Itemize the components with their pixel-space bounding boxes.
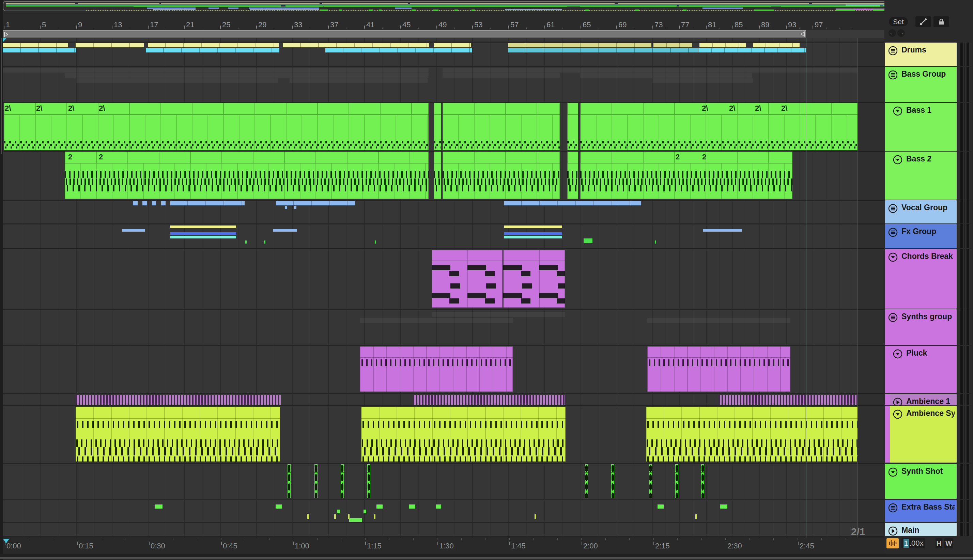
- track-group-icon[interactable]: [888, 203, 898, 215]
- clip[interactable]: [658, 505, 664, 508]
- clip[interactable]: [655, 240, 656, 243]
- clip[interactable]: [504, 236, 562, 238]
- track-header-drums[interactable]: Drums: [885, 43, 956, 66]
- clip[interactable]: [700, 43, 746, 47]
- track-header-pluck[interactable]: Pluck: [890, 346, 956, 393]
- track-header-ambience-synt[interactable]: Ambience Synt: [890, 406, 956, 463]
- clip[interactable]: [341, 464, 344, 498]
- clip[interactable]: [273, 229, 297, 232]
- clip[interactable]: [3, 48, 76, 52]
- clip[interactable]: [443, 103, 560, 150]
- clip[interactable]: [161, 201, 166, 205]
- clip[interactable]: [170, 225, 236, 228]
- clip[interactable]: [701, 464, 704, 498]
- clip[interactable]: [409, 505, 415, 508]
- clip[interactable]: [264, 240, 265, 243]
- track-header-bass-2[interactable]: Bass 2: [890, 152, 956, 200]
- lock-icon[interactable]: [933, 17, 949, 27]
- clip[interactable]: [146, 48, 279, 52]
- clip[interactable]: [276, 505, 282, 508]
- clip[interactable]: [3, 43, 68, 47]
- clip[interactable]: [65, 152, 428, 199]
- clip[interactable]: [374, 514, 375, 519]
- track-fold-icon[interactable]: [893, 106, 903, 118]
- minutes-ruler[interactable]: 0:000:150:300:451:001:151:301:452:002:15…: [3, 538, 885, 554]
- clip[interactable]: [535, 514, 536, 519]
- clip[interactable]: [434, 43, 471, 47]
- track-header-synth-shot[interactable]: Synth Shot: [885, 464, 956, 499]
- clip[interactable]: [413, 395, 565, 405]
- clip[interactable]: [508, 48, 698, 52]
- width-zoom-button[interactable]: W: [945, 538, 953, 548]
- clip[interactable]: [325, 48, 472, 52]
- clip[interactable]: [170, 236, 236, 238]
- clip[interactable]: [133, 201, 138, 205]
- clip[interactable]: [611, 464, 614, 498]
- clip[interactable]: [367, 464, 370, 498]
- clip[interactable]: [245, 240, 247, 243]
- clip[interactable]: [649, 464, 652, 498]
- draw-mode-icon[interactable]: [915, 17, 931, 27]
- clip[interactable]: [436, 505, 441, 508]
- track-group-icon[interactable]: [888, 70, 898, 82]
- clip[interactable]: [285, 206, 287, 209]
- track-fold-icon[interactable]: [893, 155, 903, 166]
- clip[interactable]: [283, 43, 429, 47]
- scrollbar-thumb[interactable]: [1, 38, 2, 154]
- track-header-synths-group[interactable]: Synths group: [885, 309, 956, 345]
- clip[interactable]: [315, 464, 318, 498]
- clip[interactable]: [720, 505, 727, 508]
- track-fold-icon[interactable]: [893, 349, 903, 360]
- arrangement-lanes[interactable]: 2\2\2\2\2\2\2\2\22222/1: [3, 38, 885, 538]
- arrangement-overview[interactable]: [3, 1, 970, 11]
- clip[interactable]: [504, 225, 562, 228]
- track-header-ambience-1[interactable]: Ambience 1: [890, 394, 956, 405]
- clip[interactable]: [443, 152, 560, 199]
- clip[interactable]: [753, 43, 800, 47]
- clip[interactable]: [504, 232, 562, 235]
- clip[interactable]: [567, 103, 578, 150]
- clip[interactable]: [580, 103, 858, 150]
- clip[interactable]: [646, 407, 858, 462]
- clip[interactable]: [142, 201, 147, 205]
- clip[interactable]: [288, 464, 291, 498]
- back-arrow-icon[interactable]: ←: [888, 29, 896, 37]
- clip[interactable]: [349, 518, 362, 522]
- vertical-scrollbar[interactable]: [0, 0, 3, 560]
- forward-arrow-icon[interactable]: →: [897, 29, 905, 37]
- clip[interactable]: [122, 229, 145, 232]
- follow-playhead-icon[interactable]: [886, 538, 899, 548]
- set-button[interactable]: Set: [889, 17, 908, 26]
- clip[interactable]: [363, 510, 366, 513]
- clip[interactable]: [647, 347, 790, 392]
- clip[interactable]: [675, 464, 678, 498]
- track-header-main[interactable]: Main: [885, 523, 956, 536]
- clip[interactable]: [76, 43, 144, 47]
- clip[interactable]: [580, 152, 792, 199]
- clip[interactable]: [337, 510, 340, 513]
- clip[interactable]: [434, 152, 441, 199]
- clip[interactable]: [567, 152, 578, 199]
- clip[interactable]: [695, 514, 697, 519]
- clip[interactable]: [294, 206, 297, 209]
- clip[interactable]: [698, 48, 806, 52]
- track-play-icon[interactable]: [888, 526, 898, 538]
- height-zoom-button[interactable]: H: [936, 538, 942, 548]
- clip[interactable]: [170, 232, 236, 235]
- clip[interactable]: [508, 43, 651, 47]
- clip[interactable]: [377, 505, 383, 508]
- clip[interactable]: [361, 407, 566, 462]
- clip[interactable]: [434, 103, 441, 150]
- clip[interactable]: [718, 395, 858, 405]
- track-header-extra-bass-stabs[interactable]: Extra Bass Stabs: [885, 500, 956, 522]
- track-group-icon[interactable]: [888, 227, 898, 239]
- track-header-bass-group[interactable]: Bass Group: [885, 67, 956, 102]
- clip[interactable]: [76, 395, 281, 405]
- clip[interactable]: [432, 250, 503, 308]
- clip[interactable]: [155, 505, 163, 508]
- beat-time-ruler[interactable]: 1591317212529333741454953576165697377818…: [3, 15, 885, 30]
- clip[interactable]: [503, 250, 565, 308]
- track-header-vocal-group[interactable]: Vocal Group: [885, 200, 956, 223]
- track-fold-icon[interactable]: [888, 252, 898, 263]
- clip[interactable]: [276, 201, 355, 205]
